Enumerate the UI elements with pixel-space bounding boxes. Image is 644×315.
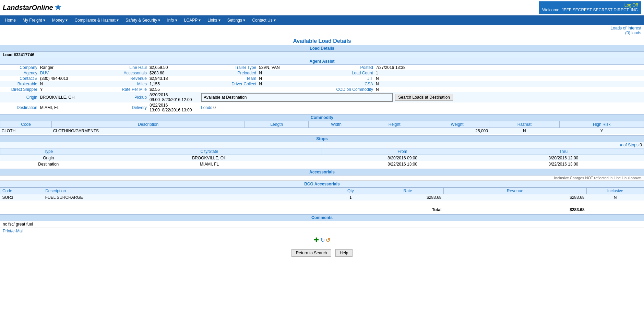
direct-shipper-value: Y (39, 87, 103, 92)
help-button[interactable]: Help (335, 249, 353, 257)
team-value: N (258, 76, 335, 81)
loads-of-interest-link[interactable]: Loads of Interest (611, 26, 641, 31)
stops-col-from: From (322, 148, 483, 155)
navigation: Home My Freight ▾ Money ▾ Compliance & H… (0, 15, 644, 25)
commodity-col-length: Length (245, 121, 309, 128)
logo-text: LandstarOnline (3, 4, 53, 12)
nav-home[interactable]: Home (1, 15, 19, 25)
revenue-value: $2,943.18 (148, 76, 200, 81)
nav-money[interactable]: Money ▾ (49, 15, 71, 25)
acc-col-revenue: Revenue (444, 188, 587, 194)
jit-value: N (374, 76, 644, 81)
commodity-col-high-risk: High Risk (560, 121, 644, 128)
contact-label: Contact # (0, 76, 39, 81)
nav-settings[interactable]: Settings ▾ (224, 15, 249, 25)
total-label: Total (432, 207, 442, 212)
commodity-col-weight: Weight (425, 121, 489, 128)
print-link[interactable]: Print/e-Mail (3, 229, 24, 233)
logo: LandstarOnline ★ (3, 3, 61, 12)
comments-content: nc fsc/ great fuel (0, 221, 644, 228)
stops-col-type: Type (0, 148, 97, 155)
cod-value: N (374, 87, 644, 92)
rate-per-mile-label: Rate Per Mile (103, 87, 148, 92)
stops-header: Stops (0, 135, 644, 142)
revenue-label: Revenue (103, 76, 148, 81)
commodity-col-code: Code (0, 121, 52, 128)
origin-label: Origin (0, 92, 39, 102)
origin-value: BROOKVILLE, OH (39, 92, 103, 102)
load-details-table: Company Ranger Line Haul $2,659.50 Trail… (0, 65, 644, 113)
comments-header: Comments (0, 214, 644, 221)
driver-collect-label: Driver Collect (200, 81, 258, 87)
rate-per-mile-value: $2.55 (148, 87, 200, 92)
line-haul-value: $2,659.50 (148, 65, 200, 70)
search-loads-at-destination-button[interactable]: Search Loads at Destination (395, 94, 453, 101)
acc-col-code: Code (0, 188, 43, 194)
stops-col-thru: Thru (483, 148, 644, 155)
commodity-row: CLOTH CLOTHING/GARMENTS 25,000 N Y (0, 128, 644, 134)
loads-label: Loads (201, 105, 212, 110)
csa-label: CSA (335, 81, 374, 87)
available-at-destination: Available at Destination (204, 95, 247, 100)
agency-value[interactable]: DUV (40, 71, 49, 75)
acc-col-inclusive: Inclusive (587, 188, 644, 194)
bco-accessorials-header: BCO Accessorials (0, 181, 644, 187)
stop-row-origin: Origin BROOKVILLE, OH 8/20/2016 09:00 8/… (0, 155, 644, 161)
header-right: Log Off Welcome, JEFF SECREST SECREST DI… (539, 1, 641, 14)
trailer-type-label: Trailer Type (200, 65, 258, 70)
nav-compliance[interactable]: Compliance & Hazmat ▾ (71, 15, 122, 25)
page-title: Available Load Details (0, 36, 644, 45)
num-stops-value: 0 (640, 143, 642, 147)
destination-label: Destination (0, 102, 39, 113)
pickup-value: 8/20/2016 09:00 8/20/2016 12:00 (148, 92, 200, 102)
comments-text: nc fsc/ great fuel (3, 222, 33, 227)
commodity-col-height: Height (364, 121, 425, 128)
driver-collect-value: N (258, 81, 335, 87)
load-count-label: Load Count (335, 70, 374, 76)
posted-value: 7/27/2016 13:38 (374, 65, 644, 70)
acc-col-rate: Rate (372, 188, 444, 194)
acc-total-row: Total $283.68 (0, 207, 644, 213)
accessorials-value: $283.68 (148, 70, 200, 76)
top-links: Loads of Interest (0) loads (0, 25, 644, 36)
load-number: 32417746 (16, 52, 34, 57)
logoff-link[interactable]: Log Off (624, 3, 638, 8)
stops-col-city-state: City/State (97, 148, 322, 155)
company-label: Company (0, 65, 39, 70)
return-to-search-button[interactable]: Return to Search (291, 249, 332, 257)
accessorials-note: Inclusive Charges NOT reflected in Line … (0, 175, 644, 181)
destination-value: MIAMI, FL (39, 102, 103, 113)
commodity-table: Code Description Length Width Height Wei… (0, 121, 644, 134)
acc-col-qty: Qty (329, 188, 372, 194)
print-area: Print/e-Mail (0, 228, 644, 234)
preloaded-value: N (258, 70, 335, 76)
commodity-col-hazmat: Hazmat (489, 121, 560, 128)
nav-lcapp[interactable]: LCAPP ▾ (181, 15, 204, 25)
commodity-col-description: Description (52, 121, 245, 128)
commodity-header: Commodity (0, 114, 644, 121)
nav-safety[interactable]: Safety & Security ▾ (122, 15, 164, 25)
back-icon[interactable]: ↺ (326, 237, 330, 243)
direct-shipper-label: Direct Shipper (0, 87, 39, 92)
num-stops-label: # of Stops (620, 143, 639, 147)
add-icon[interactable]: ✚ (314, 237, 319, 243)
nav-my-freight[interactable]: My Freight ▾ (19, 15, 49, 25)
nav-info[interactable]: Info ▾ (164, 15, 180, 25)
delivery-label: Delivery (103, 102, 148, 113)
load-number-label: Load # (3, 52, 16, 57)
load-count-value: 1 (374, 70, 644, 76)
icons-row: ✚ ↻ ↺ (0, 234, 644, 246)
delivery-value: 8/22/2016 13:00 8/22/2016 13:00 (148, 102, 200, 113)
stops-table: Type City/State From Thru Origin BROOKVI… (0, 148, 644, 167)
stop-row-destination: Destination MIAMI, FL 8/22/2016 13:00 8/… (0, 161, 644, 167)
acc-row: SUR3 FUEL SURCHARGE 1 $283.68 $283.68 N (0, 194, 644, 201)
company-value: Ranger (39, 65, 103, 70)
accessorials-table: Code Description Qty Rate Revenue Inclus… (0, 187, 644, 213)
csa-value: N (374, 81, 644, 87)
cod-label: COD on Commodity (335, 87, 374, 92)
nav-links[interactable]: Links ▾ (204, 15, 224, 25)
agent-assist-header: Agent Assist (0, 58, 644, 65)
refresh-icon[interactable]: ↻ (320, 237, 325, 243)
miles-value: 1,155 (148, 81, 200, 87)
nav-contact-us[interactable]: Contact Us ▾ (249, 15, 279, 25)
